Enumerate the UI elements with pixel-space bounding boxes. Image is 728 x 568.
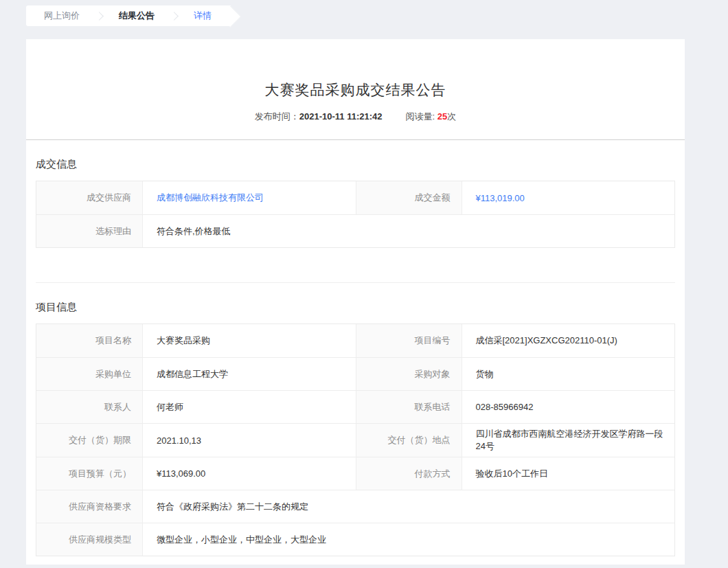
- breadcrumb-item-detail[interactable]: 详情: [176, 5, 229, 26]
- table-row: 供应商规模类型 微型企业，小型企业，中型企业，大型企业: [36, 523, 674, 556]
- table-row: 项目预算（元） ¥113,069.00 付款方式 验收后10个工作日: [36, 457, 674, 490]
- project-budget-value: ¥113,069.00: [143, 457, 356, 490]
- purchase-object-value: 货物: [462, 358, 675, 390]
- selection-reason-label: 选标理由: [36, 215, 143, 247]
- deal-info-section: 成交信息 成交供应商 成都博创融欣科技有限公司 成交金额 ¥113,019.00…: [26, 140, 685, 283]
- deal-amount-cell: ¥113,019.00: [462, 181, 675, 214]
- table-row: 选标理由 符合条件,价格最低: [36, 214, 674, 247]
- supplier-scale-label: 供应商规模类型: [36, 523, 143, 556]
- deal-supplier-label: 成交供应商: [36, 181, 143, 214]
- project-name-label: 项目名称: [36, 324, 143, 357]
- selection-reason-value: 符合条件,价格最低: [143, 215, 674, 247]
- project-number-value: 成信采[2021]XGZXCG202110-01(J): [462, 324, 675, 357]
- announcement-card: 大赛奖品采购成交结果公告 发布时间：2021-10-11 11:21:42阅读量…: [26, 39, 685, 565]
- payment-method-label: 付款方式: [356, 457, 462, 490]
- delivery-place-value: 四川省成都市西南航空港经济开发区学府路一段24号: [462, 424, 675, 457]
- read-count-unit: 次: [447, 111, 456, 122]
- supplier-qualification-value: 符合《政府采购法》第二十二条的规定: [143, 490, 674, 523]
- announcement-meta: 发布时间：2021-10-11 11:21:42阅读量: 25次: [26, 111, 685, 123]
- deal-amount-label: 成交金额: [356, 181, 462, 214]
- breadcrumb: 网上询价 结果公告 详情: [0, 0, 728, 26]
- breadcrumb-container: 网上询价 结果公告 详情: [26, 5, 231, 26]
- delivery-deadline-value: 2021.10,13: [143, 424, 356, 457]
- project-name-value: 大赛奖品采购: [143, 324, 356, 357]
- table-row: 项目名称 大赛奖品采购 项目编号 成信采[2021]XGZXCG202110-0…: [36, 324, 674, 357]
- supplier-qualification-label: 供应商资格要求: [36, 490, 143, 523]
- project-number-label: 项目编号: [356, 324, 462, 357]
- purchase-object-label: 采购对象: [356, 358, 462, 390]
- read-count-label: 阅读量:: [406, 111, 435, 122]
- table-row: 采购单位 成都信息工程大学 采购对象 货物: [36, 357, 674, 390]
- publish-time-label: 发布时间：: [255, 111, 299, 122]
- purchase-unit-label: 采购单位: [36, 358, 143, 390]
- table-row: 交付（货）期限 2021.10,13 交付（货）地点 四川省成都市西南航空港经济…: [36, 423, 674, 457]
- contact-person-value: 何老师: [143, 391, 356, 423]
- contact-phone-value: 028-85966942: [462, 391, 675, 423]
- payment-method-value: 验收后10个工作日: [462, 457, 675, 490]
- publish-time-value: 2021-10-11 11:21:42: [299, 111, 383, 122]
- announcement-header: 大赛奖品采购成交结果公告 发布时间：2021-10-11 11:21:42阅读量…: [26, 39, 685, 140]
- deal-info-table: 成交供应商 成都博创融欣科技有限公司 成交金额 ¥113,019.00 选标理由…: [36, 181, 675, 248]
- read-count-value: 25: [437, 111, 447, 122]
- table-row: 成交供应商 成都博创融欣科技有限公司 成交金额 ¥113,019.00: [36, 181, 674, 214]
- project-info-section: 项目信息 项目名称 大赛奖品采购 项目编号 成信采[2021]XGZXCG202…: [26, 283, 685, 556]
- contact-phone-label: 联系电话: [356, 391, 462, 423]
- contact-person-label: 联系人: [36, 391, 143, 423]
- page-title: 大赛奖品采购成交结果公告: [26, 80, 685, 100]
- delivery-deadline-label: 交付（货）期限: [36, 424, 143, 457]
- table-row: 供应商资格要求 符合《政府采购法》第二十二条的规定: [36, 490, 674, 523]
- breadcrumb-item-result-notice[interactable]: 结果公告: [101, 5, 172, 26]
- deal-supplier-link[interactable]: 成都博创融欣科技有限公司: [157, 192, 264, 204]
- project-info-title: 项目信息: [36, 283, 675, 314]
- deal-info-title: 成交信息: [36, 140, 675, 171]
- supplier-scale-value: 微型企业，小型企业，中型企业，大型企业: [143, 523, 674, 556]
- deal-amount-value: ¥113,019.00: [476, 193, 525, 203]
- deal-supplier-cell: 成都博创融欣科技有限公司: [143, 181, 356, 214]
- project-budget-label: 项目预算（元）: [36, 457, 143, 490]
- purchase-unit-value: 成都信息工程大学: [143, 358, 356, 390]
- table-row: 联系人 何老师 联系电话 028-85966942: [36, 390, 674, 423]
- breadcrumb-item-online-inquiry[interactable]: 网上询价: [26, 5, 98, 26]
- delivery-place-label: 交付（货）地点: [356, 424, 462, 457]
- project-info-table: 项目名称 大赛奖品采购 项目编号 成信采[2021]XGZXCG202110-0…: [36, 323, 675, 556]
